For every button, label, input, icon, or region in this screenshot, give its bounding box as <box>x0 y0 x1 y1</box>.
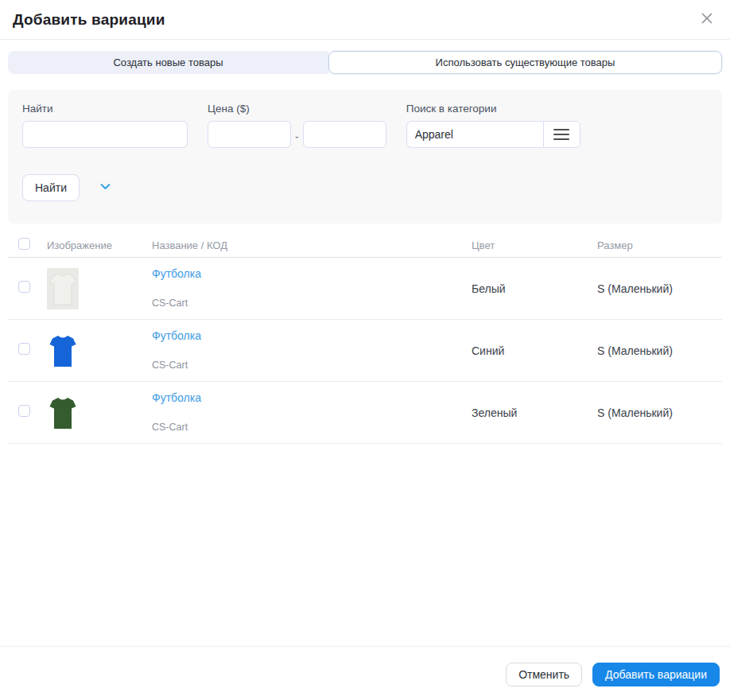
modal-footer: Отменить Добавить вариации <box>0 646 730 700</box>
product-size-value: S (Маленький) <box>589 344 722 357</box>
tab-bar: Создать новые товары Использовать сущест… <box>8 51 722 74</box>
price-from-input[interactable] <box>208 121 291 148</box>
product-size-value: S (Маленький) <box>589 406 722 419</box>
product-size-value: S (Маленький) <box>589 282 722 295</box>
table-row: Футболка CS-Cart Синий S (Маленький) <box>8 320 722 382</box>
results-table: Изображение Название / КОД Цвет Размер Ф… <box>8 234 722 444</box>
product-image-blue-tshirt <box>47 330 79 371</box>
product-code: CS-Cart <box>152 298 464 309</box>
row-checkbox[interactable] <box>18 343 30 355</box>
column-header-size: Размер <box>589 239 722 251</box>
column-header-name: Название / КОД <box>144 239 464 251</box>
price-to-input[interactable] <box>303 121 386 148</box>
column-header-color: Цвет <box>464 239 589 251</box>
category-input[interactable] <box>406 121 543 148</box>
add-variations-button[interactable]: Добавить вариации <box>592 663 720 686</box>
row-checkbox[interactable] <box>18 281 30 293</box>
row-checkbox[interactable] <box>18 405 30 417</box>
modal-header: Добавить вариации <box>0 0 730 40</box>
search-submit-button[interactable]: Найти <box>22 174 80 201</box>
product-image-green-tshirt <box>47 392 79 434</box>
search-input[interactable] <box>22 121 188 148</box>
product-color-value: Белый <box>464 282 589 295</box>
table-row: Футболка CS-Cart Белый S (Маленький) <box>8 258 722 320</box>
category-picker-button[interactable] <box>543 121 581 148</box>
table-row: Футболка CS-Cart Зеленый S (Маленький) <box>8 382 722 444</box>
product-name-link[interactable]: Футболка <box>152 329 201 342</box>
close-icon <box>700 11 714 28</box>
category-label: Поиск в категории <box>406 103 581 115</box>
product-image-white-tshirt <box>47 268 79 309</box>
price-range-separator: - <box>295 130 299 148</box>
product-code: CS-Cart <box>152 422 464 433</box>
product-name-link[interactable]: Футболка <box>152 267 201 280</box>
empty-area <box>0 444 730 646</box>
cancel-button[interactable]: Отменить <box>506 663 582 686</box>
product-code: CS-Cart <box>152 360 464 371</box>
column-header-image: Изображение <box>39 239 144 251</box>
find-label: Найти <box>22 103 188 115</box>
product-color-value: Синий <box>464 344 589 357</box>
tab-create-new-products[interactable]: Создать новые товары <box>8 51 328 74</box>
chevron-down-icon <box>99 180 112 196</box>
tab-use-existing-products[interactable]: Использовать существующие товары <box>328 51 722 74</box>
price-label: Цена ($) <box>208 103 386 115</box>
select-all-checkbox[interactable] <box>18 238 30 250</box>
category-list-icon <box>553 129 569 140</box>
table-header-row: Изображение Название / КОД Цвет Размер <box>8 234 722 258</box>
modal-title: Добавить вариации <box>13 11 165 29</box>
product-name-link[interactable]: Футболка <box>152 391 201 404</box>
close-button[interactable] <box>698 11 716 29</box>
advanced-search-toggle[interactable] <box>99 180 112 196</box>
search-panel: Найти Цена ($) - Поиск в категории Найти <box>8 90 722 224</box>
product-color-value: Зеленый <box>464 406 589 419</box>
